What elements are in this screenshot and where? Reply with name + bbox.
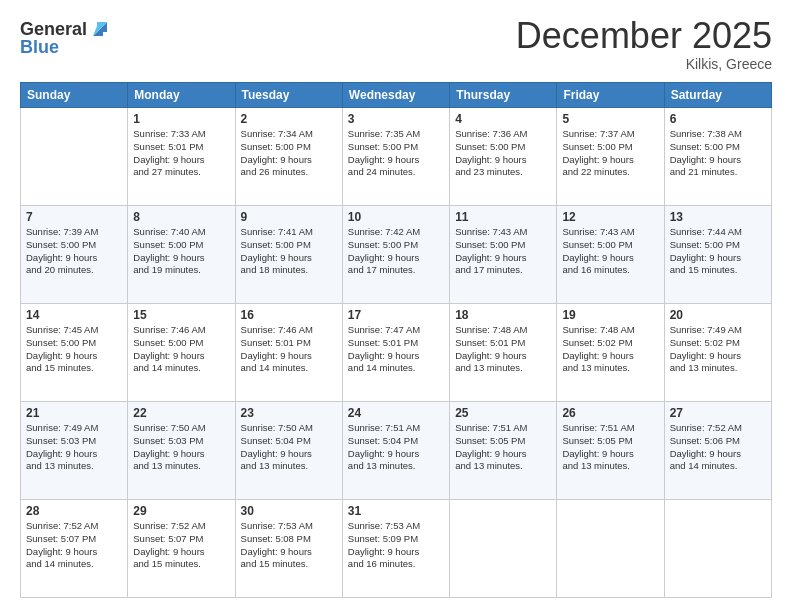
day-number: 8 (133, 210, 229, 224)
day-info: Sunrise: 7:51 AM Sunset: 5:05 PM Dayligh… (562, 422, 658, 473)
day-number: 6 (670, 112, 766, 126)
day-cell (21, 108, 128, 206)
day-number: 12 (562, 210, 658, 224)
day-info: Sunrise: 7:52 AM Sunset: 5:07 PM Dayligh… (133, 520, 229, 571)
day-info: Sunrise: 7:39 AM Sunset: 5:00 PM Dayligh… (26, 226, 122, 277)
day-cell (664, 500, 771, 598)
day-number: 3 (348, 112, 444, 126)
day-cell: 18Sunrise: 7:48 AM Sunset: 5:01 PM Dayli… (450, 304, 557, 402)
day-info: Sunrise: 7:53 AM Sunset: 5:09 PM Dayligh… (348, 520, 444, 571)
day-number: 14 (26, 308, 122, 322)
day-cell (450, 500, 557, 598)
day-info: Sunrise: 7:33 AM Sunset: 5:01 PM Dayligh… (133, 128, 229, 179)
day-number: 15 (133, 308, 229, 322)
day-number: 7 (26, 210, 122, 224)
month-year: December 2025 (516, 18, 772, 54)
day-info: Sunrise: 7:49 AM Sunset: 5:02 PM Dayligh… (670, 324, 766, 375)
day-info: Sunrise: 7:40 AM Sunset: 5:00 PM Dayligh… (133, 226, 229, 277)
week-row-5: 28Sunrise: 7:52 AM Sunset: 5:07 PM Dayli… (21, 500, 772, 598)
day-number: 20 (670, 308, 766, 322)
day-cell: 13Sunrise: 7:44 AM Sunset: 5:00 PM Dayli… (664, 206, 771, 304)
location: Kilkis, Greece (516, 56, 772, 72)
day-info: Sunrise: 7:52 AM Sunset: 5:06 PM Dayligh… (670, 422, 766, 473)
day-cell: 15Sunrise: 7:46 AM Sunset: 5:00 PM Dayli… (128, 304, 235, 402)
day-number: 2 (241, 112, 337, 126)
day-info: Sunrise: 7:48 AM Sunset: 5:01 PM Dayligh… (455, 324, 551, 375)
day-cell: 12Sunrise: 7:43 AM Sunset: 5:00 PM Dayli… (557, 206, 664, 304)
day-info: Sunrise: 7:35 AM Sunset: 5:00 PM Dayligh… (348, 128, 444, 179)
day-number: 21 (26, 406, 122, 420)
day-info: Sunrise: 7:52 AM Sunset: 5:07 PM Dayligh… (26, 520, 122, 571)
day-number: 4 (455, 112, 551, 126)
day-cell: 6Sunrise: 7:38 AM Sunset: 5:00 PM Daylig… (664, 108, 771, 206)
day-number: 28 (26, 504, 122, 518)
day-number: 22 (133, 406, 229, 420)
col-header-monday: Monday (128, 83, 235, 108)
day-number: 16 (241, 308, 337, 322)
calendar-table: SundayMondayTuesdayWednesdayThursdayFrid… (20, 82, 772, 598)
day-cell: 7Sunrise: 7:39 AM Sunset: 5:00 PM Daylig… (21, 206, 128, 304)
day-cell: 30Sunrise: 7:53 AM Sunset: 5:08 PM Dayli… (235, 500, 342, 598)
page: General Blue December 2025 Kilkis, Greec… (0, 0, 792, 612)
day-number: 9 (241, 210, 337, 224)
col-header-wednesday: Wednesday (342, 83, 449, 108)
day-number: 31 (348, 504, 444, 518)
day-info: Sunrise: 7:46 AM Sunset: 5:01 PM Dayligh… (241, 324, 337, 375)
day-number: 18 (455, 308, 551, 322)
day-info: Sunrise: 7:53 AM Sunset: 5:08 PM Dayligh… (241, 520, 337, 571)
day-number: 26 (562, 406, 658, 420)
day-cell: 22Sunrise: 7:50 AM Sunset: 5:03 PM Dayli… (128, 402, 235, 500)
day-cell: 28Sunrise: 7:52 AM Sunset: 5:07 PM Dayli… (21, 500, 128, 598)
col-header-sunday: Sunday (21, 83, 128, 108)
day-cell: 1Sunrise: 7:33 AM Sunset: 5:01 PM Daylig… (128, 108, 235, 206)
day-number: 1 (133, 112, 229, 126)
day-info: Sunrise: 7:34 AM Sunset: 5:00 PM Dayligh… (241, 128, 337, 179)
day-cell: 29Sunrise: 7:52 AM Sunset: 5:07 PM Dayli… (128, 500, 235, 598)
day-info: Sunrise: 7:43 AM Sunset: 5:00 PM Dayligh… (455, 226, 551, 277)
day-number: 5 (562, 112, 658, 126)
day-number: 23 (241, 406, 337, 420)
day-info: Sunrise: 7:50 AM Sunset: 5:04 PM Dayligh… (241, 422, 337, 473)
day-info: Sunrise: 7:44 AM Sunset: 5:00 PM Dayligh… (670, 226, 766, 277)
day-number: 17 (348, 308, 444, 322)
day-cell: 17Sunrise: 7:47 AM Sunset: 5:01 PM Dayli… (342, 304, 449, 402)
logo-blue-text: Blue (20, 38, 59, 56)
day-cell: 16Sunrise: 7:46 AM Sunset: 5:01 PM Dayli… (235, 304, 342, 402)
header: General Blue December 2025 Kilkis, Greec… (20, 18, 772, 72)
day-cell: 27Sunrise: 7:52 AM Sunset: 5:06 PM Dayli… (664, 402, 771, 500)
col-header-thursday: Thursday (450, 83, 557, 108)
day-number: 11 (455, 210, 551, 224)
day-cell: 2Sunrise: 7:34 AM Sunset: 5:00 PM Daylig… (235, 108, 342, 206)
day-number: 24 (348, 406, 444, 420)
week-row-4: 21Sunrise: 7:49 AM Sunset: 5:03 PM Dayli… (21, 402, 772, 500)
day-info: Sunrise: 7:51 AM Sunset: 5:05 PM Dayligh… (455, 422, 551, 473)
day-info: Sunrise: 7:49 AM Sunset: 5:03 PM Dayligh… (26, 422, 122, 473)
day-number: 13 (670, 210, 766, 224)
day-info: Sunrise: 7:48 AM Sunset: 5:02 PM Dayligh… (562, 324, 658, 375)
day-number: 25 (455, 406, 551, 420)
col-header-friday: Friday (557, 83, 664, 108)
logo: General Blue (20, 18, 111, 56)
day-info: Sunrise: 7:41 AM Sunset: 5:00 PM Dayligh… (241, 226, 337, 277)
day-cell: 31Sunrise: 7:53 AM Sunset: 5:09 PM Dayli… (342, 500, 449, 598)
header-row: SundayMondayTuesdayWednesdayThursdayFrid… (21, 83, 772, 108)
day-cell: 8Sunrise: 7:40 AM Sunset: 5:00 PM Daylig… (128, 206, 235, 304)
day-cell: 4Sunrise: 7:36 AM Sunset: 5:00 PM Daylig… (450, 108, 557, 206)
day-info: Sunrise: 7:45 AM Sunset: 5:00 PM Dayligh… (26, 324, 122, 375)
week-row-2: 7Sunrise: 7:39 AM Sunset: 5:00 PM Daylig… (21, 206, 772, 304)
week-row-3: 14Sunrise: 7:45 AM Sunset: 5:00 PM Dayli… (21, 304, 772, 402)
day-number: 27 (670, 406, 766, 420)
day-cell: 21Sunrise: 7:49 AM Sunset: 5:03 PM Dayli… (21, 402, 128, 500)
day-cell: 14Sunrise: 7:45 AM Sunset: 5:00 PM Dayli… (21, 304, 128, 402)
day-cell: 19Sunrise: 7:48 AM Sunset: 5:02 PM Dayli… (557, 304, 664, 402)
day-cell: 20Sunrise: 7:49 AM Sunset: 5:02 PM Dayli… (664, 304, 771, 402)
day-info: Sunrise: 7:42 AM Sunset: 5:00 PM Dayligh… (348, 226, 444, 277)
logo-arrow-icon (89, 18, 111, 40)
week-row-1: 1Sunrise: 7:33 AM Sunset: 5:01 PM Daylig… (21, 108, 772, 206)
day-info: Sunrise: 7:46 AM Sunset: 5:00 PM Dayligh… (133, 324, 229, 375)
day-number: 10 (348, 210, 444, 224)
day-cell: 25Sunrise: 7:51 AM Sunset: 5:05 PM Dayli… (450, 402, 557, 500)
day-info: Sunrise: 7:43 AM Sunset: 5:00 PM Dayligh… (562, 226, 658, 277)
col-header-tuesday: Tuesday (235, 83, 342, 108)
title-block: December 2025 Kilkis, Greece (516, 18, 772, 72)
